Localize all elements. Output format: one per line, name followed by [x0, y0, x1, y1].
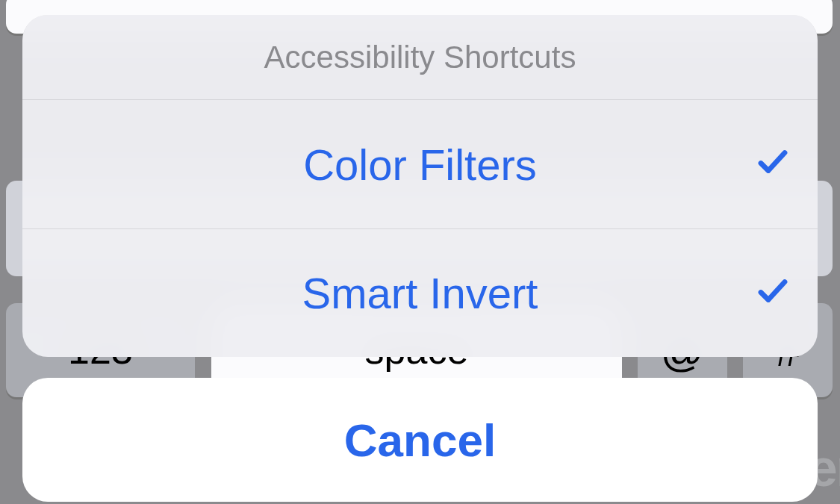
- action-sheet-panel: Accessibility Shortcuts Color Filters Sm…: [22, 15, 818, 357]
- option-color-filters[interactable]: Color Filters: [22, 100, 818, 228]
- action-sheet: Accessibility Shortcuts Color Filters Sm…: [22, 15, 818, 502]
- cancel-label: Cancel: [344, 414, 496, 467]
- action-sheet-title: Accessibility Shortcuts: [22, 15, 818, 100]
- checkmark-icon: [755, 140, 791, 190]
- checkmark-icon: [755, 268, 791, 318]
- cancel-button[interactable]: Cancel: [22, 378, 818, 502]
- option-label: Smart Invert: [302, 268, 538, 318]
- option-label: Color Filters: [303, 140, 537, 190]
- option-smart-invert[interactable]: Smart Invert: [22, 228, 818, 357]
